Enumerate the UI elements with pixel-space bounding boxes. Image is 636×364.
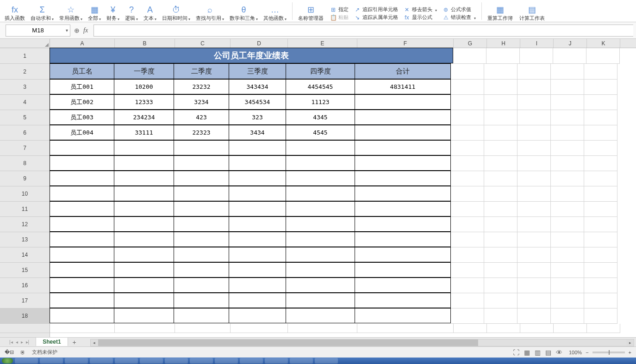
tab-next-icon[interactable]: ▸ [21, 339, 23, 345]
empty-cell[interactable] [584, 156, 617, 171]
ribbon-small-指定[interactable]: ⊞指定 [330, 6, 349, 13]
empty-cell[interactable] [229, 262, 286, 278]
empty-cell[interactable] [551, 278, 584, 293]
empty-cell[interactable] [174, 155, 229, 171]
empty-cell[interactable] [551, 110, 584, 125]
fx-icon[interactable]: fx [83, 27, 88, 34]
ribbon-small-移去箭头[interactable]: ✕移去箭头 [404, 6, 437, 13]
data-cell[interactable]: 423 [174, 110, 229, 125]
empty-cell[interactable] [114, 216, 174, 232]
empty-cell[interactable] [174, 186, 229, 201]
empty-cell[interactable] [50, 293, 114, 308]
data-cell[interactable]: 10200 [114, 79, 174, 94]
row-header-5[interactable]: 5 [0, 110, 50, 125]
empty-cell[interactable] [229, 232, 286, 247]
empty-cell[interactable] [551, 293, 584, 308]
col-header-C[interactable]: C [175, 39, 231, 48]
zoom-slider[interactable] [592, 352, 625, 353]
data-cell[interactable]: 4545 [286, 125, 355, 140]
empty-cell[interactable] [587, 324, 620, 333]
col-header-A[interactable]: A [50, 39, 115, 48]
tab-first-icon[interactable]: |◂ [9, 339, 13, 345]
empty-cell[interactable] [484, 141, 518, 156]
empty-cell[interactable] [484, 171, 518, 186]
empty-cell[interactable] [551, 141, 584, 156]
empty-cell[interactable] [288, 324, 357, 333]
data-cell[interactable]: 234234 [114, 110, 174, 125]
hscroll-left-icon[interactable]: ◂ [91, 339, 98, 346]
empty-cell[interactable] [451, 80, 484, 95]
empty-cell[interactable] [451, 110, 484, 125]
empty-cell[interactable] [355, 186, 451, 201]
empty-cell[interactable] [50, 278, 114, 293]
ribbon-自动求和-button[interactable]: Σ自动求和 [28, 0, 56, 22]
header-cell[interactable]: 四季度 [286, 63, 355, 79]
empty-cell[interactable] [551, 125, 584, 141]
adjust-icon[interactable]: �⊟ [5, 349, 14, 355]
name-box[interactable]: M18 ▾ [6, 25, 70, 37]
empty-cell[interactable] [484, 186, 518, 202]
taskbar-item[interactable] [290, 358, 313, 364]
empty-cell[interactable] [520, 48, 553, 64]
empty-cell[interactable] [584, 64, 617, 80]
data-cell[interactable]: 员工002 [50, 94, 114, 110]
sheet-tab[interactable]: Sheet1 [36, 337, 68, 346]
empty-cell[interactable] [50, 216, 114, 232]
horizontal-scrollbar[interactable]: ◂ ▸ [90, 339, 634, 346]
row-header-12[interactable]: 12 [0, 217, 50, 232]
ribbon-small-追踪引用单元格[interactable]: ↗追踪引用单元格 [354, 6, 398, 13]
empty-cell[interactable] [551, 171, 584, 186]
empty-cell[interactable] [451, 217, 484, 232]
empty-cell[interactable] [114, 247, 174, 262]
empty-cell[interactable] [551, 156, 584, 171]
data-cell[interactable]: 23232 [174, 79, 229, 94]
empty-cell[interactable] [50, 324, 115, 333]
hscroll-right-icon[interactable]: ▸ [626, 339, 634, 346]
empty-cell[interactable] [584, 141, 617, 156]
empty-cell[interactable] [355, 216, 451, 232]
empty-cell[interactable] [355, 293, 451, 308]
data-cell[interactable]: 员工004 [50, 125, 114, 140]
empty-cell[interactable] [229, 247, 286, 262]
data-cell[interactable] [355, 94, 451, 110]
empty-cell[interactable] [518, 186, 551, 202]
taskbar-item[interactable] [15, 358, 38, 364]
taskbar-item[interactable] [140, 358, 163, 364]
empty-cell[interactable] [286, 262, 355, 278]
row-header-8[interactable]: 8 [0, 156, 50, 171]
row-header-17[interactable]: 17 [0, 293, 50, 308]
header-cell[interactable]: 三季度 [229, 63, 286, 79]
empty-cell[interactable] [114, 186, 174, 201]
empty-cell[interactable] [451, 171, 484, 186]
empty-cell[interactable] [286, 201, 355, 216]
empty-cell[interactable] [357, 324, 454, 333]
empty-cell[interactable] [286, 278, 355, 293]
empty-cell[interactable] [114, 278, 174, 293]
empty-cell[interactable] [584, 186, 617, 202]
ribbon-查找与引用-button[interactable]: ⌕查找与引用 [193, 0, 227, 22]
taskbar-item[interactable] [40, 358, 63, 364]
empty-cell[interactable] [451, 293, 484, 308]
tab-prev-icon[interactable]: ◂ [16, 339, 18, 345]
empty-cell[interactable] [50, 308, 114, 323]
row-header-11[interactable]: 11 [0, 202, 50, 217]
empty-cell[interactable] [518, 95, 551, 110]
empty-cell[interactable] [115, 324, 175, 333]
empty-cell[interactable] [231, 324, 288, 333]
ribbon-small-追踪从属单元格[interactable]: ↘追踪从属单元格 [354, 14, 398, 21]
empty-cell[interactable] [484, 80, 518, 95]
empty-cell[interactable] [518, 263, 551, 278]
empty-cell[interactable] [355, 201, 451, 216]
data-cell[interactable]: 3454534 [229, 94, 286, 110]
empty-cell[interactable] [174, 293, 229, 308]
empty-cell[interactable] [114, 171, 174, 186]
empty-cell[interactable] [50, 155, 114, 171]
empty-cell[interactable] [114, 140, 174, 155]
empty-cell[interactable] [520, 324, 554, 333]
row-header-4[interactable]: 4 [0, 95, 50, 110]
empty-cell[interactable] [286, 247, 355, 262]
empty-cell[interactable] [584, 171, 617, 186]
empty-cell[interactable] [229, 216, 286, 232]
empty-cell[interactable] [229, 155, 286, 171]
empty-cell[interactable] [286, 171, 355, 186]
